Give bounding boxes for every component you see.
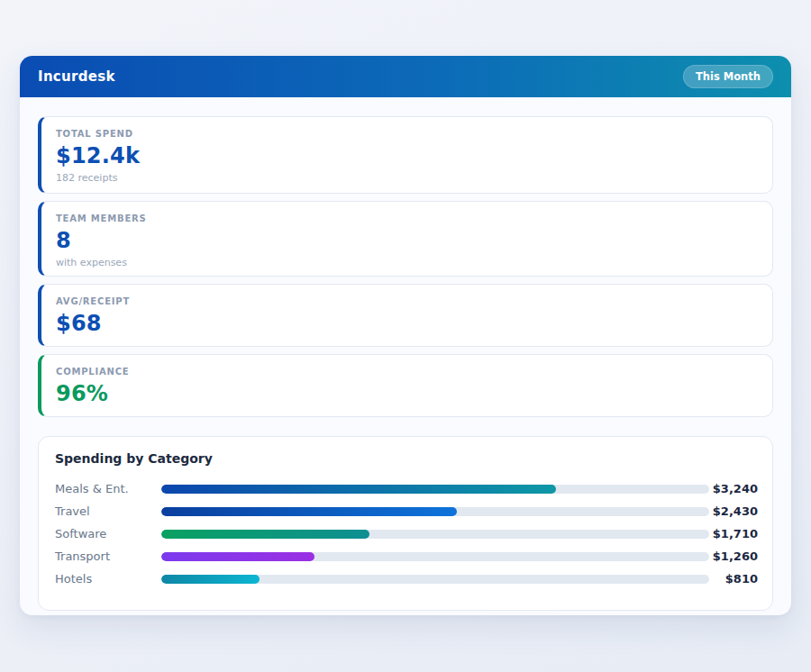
stat-label: TEAM MEMBERS xyxy=(56,213,758,223)
chart-row: Travel$2,430 xyxy=(55,500,758,522)
bar-track xyxy=(161,575,709,584)
bar-track xyxy=(161,530,709,539)
spending-chart-card: Spending by Category Meals & Ent.$3,240T… xyxy=(38,436,773,611)
chart-category-label: Hotels xyxy=(55,572,161,586)
chart-rows: Meals & Ent.$3,240Travel$2,430Software$1… xyxy=(55,477,758,590)
bar-track xyxy=(161,507,709,516)
stat-value: 96% xyxy=(56,381,758,406)
stat-label: AVG/RECEIPT xyxy=(56,296,758,306)
app-header: Incurdesk This Month xyxy=(20,56,791,97)
stat-subtext: 182 receipts xyxy=(56,172,758,184)
bar-fill xyxy=(161,575,260,584)
stat-card-avg-receipt: AVG/RECEIPT $68 xyxy=(38,284,773,347)
dashboard-content: TOTAL SPEND $12.4k 182 receipts TEAM MEM… xyxy=(20,97,791,615)
bar-track xyxy=(161,552,709,561)
stat-label: COMPLIANCE xyxy=(56,367,758,377)
dashboard-card: Incurdesk This Month TOTAL SPEND $12.4k … xyxy=(20,56,791,615)
bar-fill xyxy=(161,485,556,494)
stat-card-total-spend: TOTAL SPEND $12.4k 182 receipts xyxy=(38,116,773,194)
chart-value: $3,240 xyxy=(709,482,758,495)
period-badge[interactable]: This Month xyxy=(683,65,773,88)
chart-title: Spending by Category xyxy=(55,451,758,466)
chart-category-label: Meals & Ent. xyxy=(55,482,161,495)
stat-label: TOTAL SPEND xyxy=(56,129,758,139)
chart-value: $1,710 xyxy=(709,527,758,540)
chart-value: $810 xyxy=(709,572,758,586)
chart-row: Meals & Ent.$3,240 xyxy=(55,477,758,500)
stat-value: $12.4k xyxy=(56,143,758,168)
bar-fill xyxy=(161,507,457,516)
stat-value: $68 xyxy=(56,311,758,336)
stat-card-compliance: COMPLIANCE 96% xyxy=(38,354,773,417)
stat-card-team-members: TEAM MEMBERS 8 with expenses xyxy=(38,201,773,277)
app-title: Incurdesk xyxy=(38,68,115,85)
stat-value: 8 xyxy=(56,228,758,253)
bar-fill xyxy=(161,530,369,539)
bar-track xyxy=(161,485,709,494)
chart-value: $1,260 xyxy=(709,549,758,563)
chart-value: $2,430 xyxy=(709,504,758,518)
chart-category-label: Transport xyxy=(55,549,161,563)
chart-category-label: Software xyxy=(55,527,161,540)
chart-row: Transport$1,260 xyxy=(55,545,758,568)
chart-row: Software$1,710 xyxy=(55,522,758,545)
chart-category-label: Travel xyxy=(55,504,161,518)
bar-fill xyxy=(161,552,314,561)
stat-subtext: with expenses xyxy=(56,257,758,268)
chart-row: Hotels$810 xyxy=(55,568,758,590)
